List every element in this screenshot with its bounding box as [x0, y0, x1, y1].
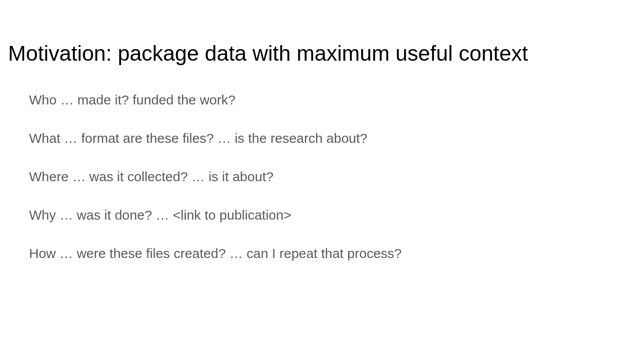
bullet-item: Why … was it done? … <link to publicatio… [29, 208, 644, 223]
bullet-item: How … were these files created? … can I … [29, 246, 644, 261]
bullet-list: Who … made it? funded the work? What … f… [0, 66, 644, 261]
slide-title: Motivation: package data with maximum us… [0, 0, 644, 66]
slide: Motivation: package data with maximum us… [0, 0, 644, 362]
bullet-item: What … format are these files? … is the … [29, 131, 644, 146]
bullet-item: Who … made it? funded the work? [29, 92, 644, 108]
bullet-item: Where … was it collected? … is it about? [29, 169, 644, 184]
